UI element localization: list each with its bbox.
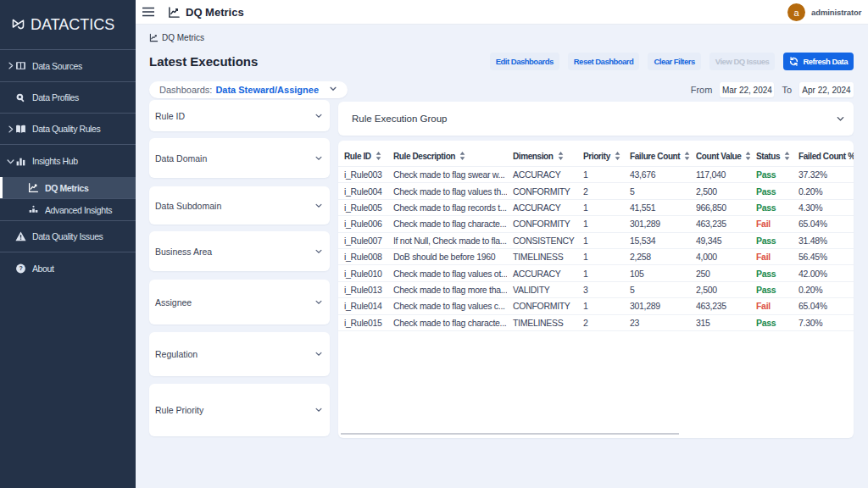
svg-text:?: ? bbox=[19, 265, 22, 271]
